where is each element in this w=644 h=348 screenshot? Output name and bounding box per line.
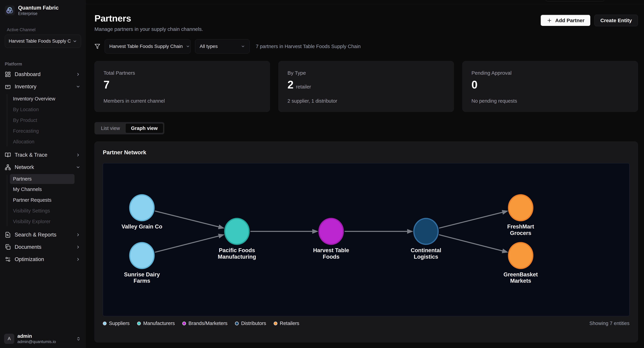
partner-network-title: Partner Network <box>103 149 630 156</box>
page-title: Partners <box>94 13 203 24</box>
view-tabs: List view Graph view <box>94 122 164 134</box>
stat-value: 0 <box>472 79 478 90</box>
legend-item-suppliers: Suppliers <box>103 320 130 326</box>
legend-label: Manufacturers <box>143 320 175 326</box>
legend-item-distributors: Distributors <box>235 320 266 326</box>
brand-name: Quantum Fabric <box>18 5 59 11</box>
filter-summary: 7 partners in Harvest Table Foods Supply… <box>256 44 360 49</box>
graph-edge-sunrise-pacific <box>155 235 224 252</box>
tab-list-view[interactable]: List view <box>96 123 125 133</box>
app-root: Quantum Fabric Enterprise Active Channel… <box>0 0 644 348</box>
graph-node-greenbasket[interactable] <box>508 243 533 268</box>
user-name: admin <box>18 333 73 339</box>
type-filter-value: All types <box>200 44 238 49</box>
inventory-submenu: Inventory Overview By Location By Produc… <box>0 93 86 149</box>
chevron-down-icon <box>73 39 77 44</box>
brand-logo-icon <box>5 6 15 15</box>
create-entity-button[interactable]: Create Entity <box>594 15 638 26</box>
channel-filter-value: Harvest Table Foods Supply Chain <box>109 44 183 49</box>
sidebar-item-optimization[interactable]: Optimization <box>0 253 86 266</box>
sidebar-item-label: Search & Reports <box>15 232 72 238</box>
sidebar-item-network[interactable]: Network <box>0 161 86 174</box>
copy-icon <box>5 244 11 250</box>
graph-node-harvest[interactable] <box>319 218 343 244</box>
chevron-right-icon <box>76 245 80 249</box>
sidebar-item-by-product[interactable]: By Product <box>0 115 86 126</box>
network-legend: Suppliers Manufacturers Brands/Marketers… <box>103 320 630 326</box>
book-open-icon <box>5 152 11 158</box>
filter-row: Harvest Table Foods Supply Chain All typ… <box>94 39 638 54</box>
platform-section-label: Platform <box>0 62 86 66</box>
stat-card-by-type: By Type 2 retailer 2 supplier, 1 distrib… <box>278 61 454 112</box>
file-search-icon <box>5 232 11 238</box>
sidebar-item-visibility-explorer[interactable]: Visibility Explorer <box>0 216 86 227</box>
avatar: A <box>4 334 14 344</box>
chevron-down-icon <box>76 84 80 89</box>
sidebar-item-by-location[interactable]: By Location <box>0 104 86 115</box>
sidebar-item-my-channels[interactable]: My Channels <box>0 184 86 195</box>
network-submenu: Partners My Channels Partner Requests Vi… <box>0 174 86 229</box>
stat-card-pending-approval: Pending Approval 0 No pending requests <box>462 61 638 112</box>
create-entity-label: Create Entity <box>600 18 632 23</box>
sidebar-item-dashboard[interactable]: Dashboard <box>0 68 86 80</box>
stat-value: 2 <box>288 79 294 90</box>
sidebar-item-label: Track & Trace <box>15 152 72 158</box>
sliders-icon <box>5 256 11 262</box>
user-menu[interactable]: A admin admin@quantumis.io <box>0 330 86 348</box>
sidebar-item-forecasting[interactable]: Forecasting <box>0 126 86 136</box>
topbar-cropped-element <box>546 0 604 1</box>
tab-graph-view[interactable]: Graph view <box>125 123 163 133</box>
graph-node-label-harvest: Harvest TableFoods <box>313 247 349 260</box>
brand-dot-icon <box>182 322 186 325</box>
retailer-dot-icon <box>274 322 278 325</box>
graph-node-label-sunrise: Sunrise DairyFarms <box>124 271 160 284</box>
chevron-right-icon <box>76 257 80 262</box>
stat-label: By Type <box>288 70 445 76</box>
graph-edge-continental-greenbasket <box>439 235 507 252</box>
stat-label: Pending Approval <box>472 70 629 76</box>
sidebar-item-documents[interactable]: Documents <box>0 241 86 253</box>
sidebar-item-partners[interactable]: Partners <box>10 174 74 184</box>
chevron-down-icon <box>76 165 80 170</box>
stat-footnote: No pending requests <box>472 98 629 104</box>
inventory-icon <box>5 84 11 90</box>
network-icon <box>5 164 11 170</box>
user-email: admin@quantumis.io <box>18 339 73 344</box>
channel-select[interactable]: Harvest Table Foods Supply Chain <box>5 34 81 48</box>
sidebar-item-track-trace[interactable]: Track & Trace <box>0 149 86 161</box>
network-canvas-svg: Valley Grain CoSunrise DairyFarmsPacific… <box>103 163 629 316</box>
graph-node-continental[interactable] <box>414 218 438 244</box>
filter-funnel-icon <box>94 44 100 49</box>
type-filter-dropdown[interactable]: All types <box>195 39 250 54</box>
topbar <box>86 0 644 4</box>
distributor-dot-icon <box>235 322 239 325</box>
network-canvas[interactable]: Valley Grain CoSunrise DairyFarmsPacific… <box>103 163 630 316</box>
page-subtitle: Manage partners in your supply chain cha… <box>94 26 203 32</box>
showing-entities-count: Showing 7 entities <box>590 320 630 326</box>
manufacturer-dot-icon <box>137 322 141 325</box>
chevron-right-icon <box>76 72 80 76</box>
sidebar-item-partner-requests[interactable]: Partner Requests <box>0 195 86 206</box>
graph-node-valley[interactable] <box>130 195 154 221</box>
sidebar-item-label: Documents <box>15 244 72 250</box>
graph-edge-valley-pacific <box>155 211 224 228</box>
brand-tier: Enterprise <box>18 11 59 16</box>
graph-node-label-pacific: Pacific FoodsManufacturing <box>218 247 256 260</box>
graph-node-freshmart[interactable] <box>508 195 533 221</box>
sidebar-item-search-reports[interactable]: Search & Reports <box>0 229 86 241</box>
sidebar-item-visibility-settings[interactable]: Visibility Settings <box>0 206 86 216</box>
graph-node-pacific[interactable] <box>225 218 249 244</box>
legend-label: Suppliers <box>109 320 130 326</box>
sidebar-item-allocation[interactable]: Allocation <box>0 136 86 147</box>
channel-filter-dropdown[interactable]: Harvest Table Foods Supply Chain <box>105 39 191 54</box>
graph-node-label-continental: ContinentalLogistics <box>411 247 441 260</box>
chevron-right-icon <box>76 153 80 157</box>
stat-footnote: 2 supplier, 1 distributor <box>288 98 445 104</box>
add-partner-button[interactable]: Add Partner <box>540 15 591 26</box>
legend-item-retailers: Retailers <box>274 320 299 326</box>
sidebar-item-label: Inventory <box>15 84 72 90</box>
graph-node-sunrise[interactable] <box>130 243 154 268</box>
sidebar-item-inventory-overview[interactable]: Inventory Overview <box>0 94 86 104</box>
sidebar-item-inventory[interactable]: Inventory <box>0 80 86 93</box>
sidebar-item-label: Network <box>15 164 72 170</box>
